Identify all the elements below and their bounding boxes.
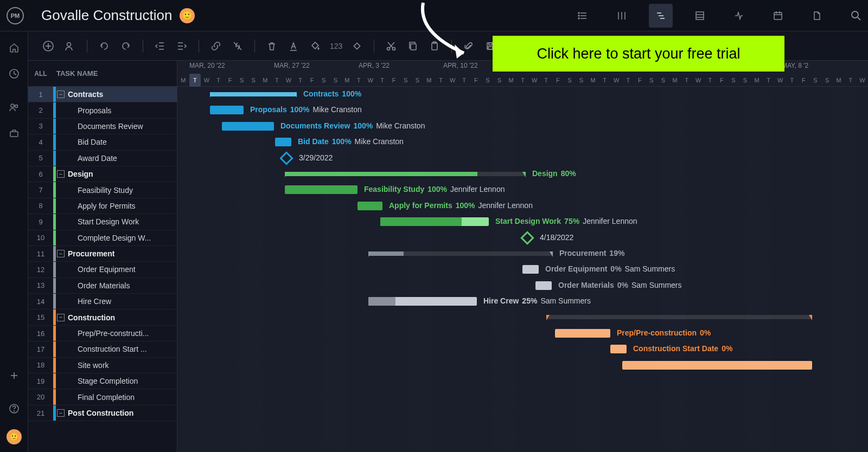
help-icon[interactable]: [9, 403, 20, 414]
task-bar[interactable]: [222, 122, 274, 131]
list-view-icon[interactable]: [571, 4, 595, 28]
sheet-view-icon[interactable]: [688, 4, 712, 28]
svg-rect-15: [774, 12, 782, 20]
task-row[interactable]: 12Order Equipment: [28, 262, 177, 277]
task-row[interactable]: 20Final Completion: [28, 389, 177, 405]
row-number: 4: [28, 138, 53, 146]
project-title: Govalle Construction: [41, 7, 172, 24]
col-header-taskname[interactable]: TASK NAME: [53, 69, 98, 78]
team-icon[interactable]: [9, 102, 20, 113]
calendar-view-icon[interactable]: [766, 4, 790, 28]
bar-percent: 100%: [290, 105, 310, 114]
task-row[interactable]: 13Order Materials: [28, 278, 177, 294]
collapse-icon[interactable]: −: [57, 170, 65, 178]
task-row[interactable]: 18Site work: [28, 358, 177, 373]
gantt-chart[interactable]: MAR, 20 '22MAR, 27 '22APR, 3 '22APR, 10 …: [177, 61, 868, 452]
task-row[interactable]: 15−Construction: [28, 309, 177, 325]
project-avatar[interactable]: 🙂: [180, 8, 195, 23]
task-row[interactable]: 10Complete Design W...: [28, 230, 177, 246]
task-row[interactable]: 7Feasibility Study: [28, 182, 177, 198]
attachment-icon[interactable]: [462, 39, 476, 53]
outdent-icon[interactable]: [153, 39, 167, 53]
briefcase-icon[interactable]: [9, 128, 20, 139]
task-bar[interactable]: [522, 265, 539, 274]
assign-icon[interactable]: [63, 39, 77, 53]
activity-view-icon[interactable]: [727, 4, 751, 28]
unlink-icon[interactable]: [231, 39, 245, 53]
bar-percent: 100%: [353, 121, 373, 130]
task-bar[interactable]: [358, 202, 382, 210]
day-label: S: [727, 74, 739, 87]
board-view-icon[interactable]: [610, 4, 634, 28]
bar-label: Order Materials: [558, 281, 614, 289]
row-color-bar: [53, 262, 56, 277]
view-switcher: [571, 4, 829, 28]
home-icon[interactable]: [9, 42, 20, 53]
app-logo[interactable]: PM: [7, 7, 24, 24]
gantt-row: Apply for Permits100%Jennifer Lennon: [177, 198, 868, 214]
row-number: 17: [28, 345, 53, 353]
task-row[interactable]: 16Prep/Pre-constructi...: [28, 326, 177, 341]
month-label: APR, 3 '22: [359, 62, 390, 69]
task-row[interactable]: 1−Contracts: [28, 87, 177, 102]
task-row[interactable]: 21−Post Construction: [28, 405, 177, 421]
svg-rect-46: [411, 44, 416, 50]
undo-icon[interactable]: [97, 39, 111, 53]
add-task-icon[interactable]: [41, 39, 55, 53]
task-row[interactable]: 11−Procurement: [28, 246, 177, 262]
link-icon[interactable]: [209, 39, 223, 53]
task-bar[interactable]: [555, 329, 610, 338]
task-row[interactable]: 9Start Design Work: [28, 214, 177, 230]
summary-bar[interactable]: [546, 315, 812, 319]
file-view-icon[interactable]: [805, 4, 829, 28]
milestone-icon[interactable]: [350, 39, 364, 53]
task-row[interactable]: 2Proposals: [28, 102, 177, 118]
add-icon[interactable]: [9, 371, 19, 380]
bar-percent: 0%: [722, 344, 732, 353]
text-format-icon[interactable]: [286, 39, 301, 53]
task-name: Documents Review: [78, 122, 143, 131]
task-row[interactable]: 14Hire Crew: [28, 294, 177, 309]
paste-icon[interactable]: [427, 39, 442, 53]
task-row[interactable]: 8Apply for Permits: [28, 198, 177, 214]
task-bar[interactable]: [285, 185, 358, 194]
recent-icon[interactable]: [9, 68, 20, 79]
bar-label: Documents Review: [280, 121, 350, 130]
task-row[interactable]: 5Award Date: [28, 151, 177, 166]
copy-icon[interactable]: [406, 39, 420, 53]
search-icon[interactable]: [851, 10, 861, 21]
redo-icon[interactable]: [119, 39, 133, 53]
col-header-all[interactable]: ALL: [28, 70, 53, 78]
task-bar[interactable]: [610, 345, 627, 353]
task-name: Bid Date: [78, 138, 107, 146]
task-bar[interactable]: [275, 138, 291, 146]
task-row[interactable]: 17Construction Start ...: [28, 341, 177, 357]
collapse-icon[interactable]: −: [57, 250, 65, 257]
fill-color-icon[interactable]: [308, 39, 322, 53]
task-bar[interactable]: [210, 106, 244, 114]
task-row[interactable]: 6−Design: [28, 166, 177, 182]
task-row[interactable]: 3Documents Review: [28, 119, 177, 134]
row-number: 12: [28, 266, 53, 274]
bar-label: Apply for Permits: [389, 201, 452, 210]
free-trial-cta[interactable]: Click here to start your free trial: [493, 36, 784, 72]
task-row[interactable]: 19Stage Completion: [28, 373, 177, 389]
day-label: S: [494, 74, 506, 87]
gantt-view-icon[interactable]: [649, 4, 673, 28]
milestone-marker[interactable]: [279, 151, 293, 165]
row-number: 20: [28, 393, 53, 401]
indent-icon[interactable]: [175, 39, 189, 53]
collapse-icon[interactable]: −: [57, 409, 65, 417]
task-row[interactable]: 4Bid Date: [28, 134, 177, 150]
task-rows: 1−Contracts2Proposals3Documents Review4B…: [28, 87, 177, 452]
task-bar[interactable]: [535, 281, 552, 290]
delete-icon[interactable]: [265, 39, 279, 53]
user-avatar[interactable]: 🙂: [7, 429, 22, 444]
cut-icon[interactable]: [384, 39, 398, 53]
milestone-marker[interactable]: [520, 231, 534, 244]
task-bar[interactable]: [622, 361, 812, 370]
collapse-icon[interactable]: −: [57, 314, 65, 321]
day-label: S: [247, 74, 259, 87]
collapse-icon[interactable]: −: [57, 91, 65, 98]
day-label: M: [669, 74, 681, 87]
